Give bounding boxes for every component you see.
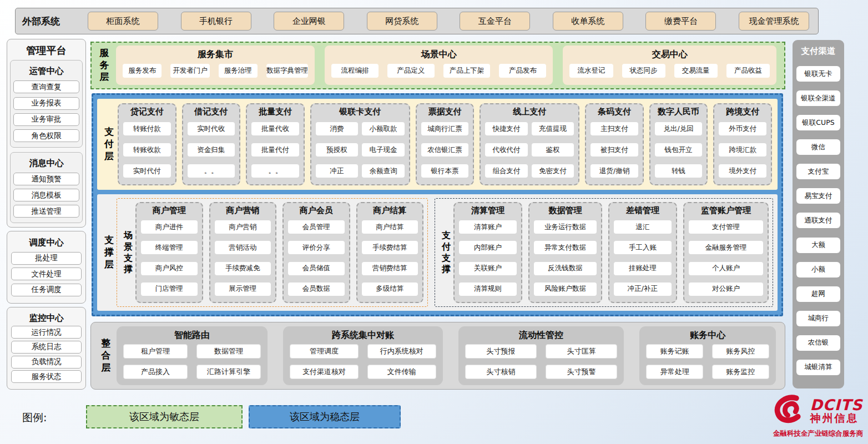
payment-item-button[interactable]: 实时代收: [188, 122, 235, 135]
payment-channel-button[interactable]: 微信: [796, 139, 840, 155]
service-item-button[interactable]: 产品上下架: [443, 64, 491, 78]
support-item-button[interactable]: 风险账户数据: [534, 282, 597, 296]
payment-item-button[interactable]: 余额查询: [362, 164, 405, 178]
integration-item-button[interactable]: 文件传输: [367, 365, 436, 379]
service-item-button[interactable]: 服务治理: [219, 64, 258, 78]
payment-item-button[interactable]: 批量代收: [251, 122, 299, 135]
external-system-button[interactable]: 现金管理系统: [739, 12, 809, 31]
service-item-button[interactable]: 交易流量: [674, 64, 718, 78]
service-item-button[interactable]: 流水登记: [569, 64, 613, 78]
mgmt-item-button[interactable]: 推送管理: [13, 205, 79, 218]
mgmt-item-button[interactable]: 文件处理: [11, 268, 82, 280]
support-item-button[interactable]: 商户结算: [362, 220, 418, 234]
payment-channel-button[interactable]: 大额: [796, 238, 840, 253]
payment-item-button[interactable]: 城商行汇票: [421, 122, 469, 135]
payment-item-button[interactable]: 。。: [188, 164, 235, 178]
payment-item-button[interactable]: 批量代付: [251, 143, 299, 157]
payment-item-button[interactable]: 资金归集: [188, 143, 235, 157]
payment-channel-button[interactable]: 易宝支付: [796, 188, 840, 204]
payment-item-button[interactable]: 农信银汇票: [421, 143, 469, 157]
integration-item-button[interactable]: 账务记账: [646, 344, 703, 359]
payment-item-button[interactable]: 钱包开立: [655, 143, 703, 157]
mgmt-item-button[interactable]: 通知预警: [13, 173, 79, 185]
payment-item-button[interactable]: 跨境汇款: [719, 143, 766, 157]
support-item-button[interactable]: 评价分享: [288, 241, 345, 254]
integration-item-button[interactable]: 头寸核销: [465, 365, 537, 379]
payment-channel-button[interactable]: 银联全渠道: [796, 90, 840, 106]
external-system-button[interactable]: 缴费平台: [645, 12, 716, 31]
payment-item-button[interactable]: 实时代付: [123, 164, 171, 178]
integration-item-button[interactable]: 头寸匡算: [546, 344, 617, 359]
payment-item-button[interactable]: 组合支付: [485, 164, 528, 178]
payment-item-button[interactable]: 被扫支付: [591, 143, 638, 157]
payment-item-button[interactable]: 。。: [251, 164, 299, 178]
integration-item-button[interactable]: 异常处理: [646, 365, 703, 379]
external-system-button[interactable]: 柜面系统: [88, 12, 158, 31]
payment-channel-button[interactable]: 超网: [796, 286, 840, 302]
support-item-button[interactable]: 展示管理: [215, 282, 271, 296]
support-item-button[interactable]: 会员数据: [288, 282, 345, 296]
external-system-button[interactable]: 网贷系统: [367, 12, 437, 31]
support-item-button[interactable]: 关联账户: [459, 262, 517, 275]
mgmt-item-button[interactable]: 批处理: [11, 252, 82, 265]
mgmt-item-button[interactable]: 负载情况: [11, 356, 82, 369]
payment-item-button[interactable]: 小额取款: [362, 122, 405, 135]
integration-item-button[interactable]: 账务监控: [712, 365, 769, 379]
payment-channel-button[interactable]: 城银清算: [796, 360, 840, 375]
support-item-button[interactable]: 支付管理: [689, 220, 763, 234]
integration-item-button[interactable]: 汇路计算引擎: [196, 365, 261, 379]
mgmt-item-button[interactable]: 系统日志: [11, 341, 82, 354]
support-item-button[interactable]: 会员储值: [288, 262, 345, 275]
support-item-button[interactable]: 个人账户: [689, 262, 763, 275]
service-item-button[interactable]: 产品定义: [387, 64, 435, 78]
external-system-button[interactable]: 收单系统: [553, 12, 623, 31]
support-item-button[interactable]: 金融服务管理: [689, 241, 763, 254]
service-item-button[interactable]: 开发者门户: [170, 64, 209, 78]
payment-item-button[interactable]: 免密支付: [532, 164, 574, 178]
support-item-button[interactable]: 退汇: [614, 220, 672, 234]
mgmt-item-button[interactable]: 运行情况: [11, 326, 82, 339]
service-item-button[interactable]: 流程编排: [331, 64, 379, 78]
payment-item-button[interactable]: 快捷支付: [485, 122, 528, 135]
service-item-button[interactable]: 状态同步: [622, 64, 665, 78]
payment-item-button[interactable]: 兑出/兑回: [655, 122, 703, 135]
support-item-button[interactable]: 营销费结算: [362, 262, 418, 275]
support-item-button[interactable]: 门店管理: [141, 282, 198, 296]
payment-item-button[interactable]: 转账付款: [123, 122, 171, 135]
payment-item-button[interactable]: 充值提现: [532, 122, 574, 135]
service-item-button[interactable]: 产品发布: [499, 64, 546, 78]
support-item-button[interactable]: 反洗钱数据: [534, 262, 597, 275]
payment-channel-button[interactable]: 小额: [796, 262, 840, 278]
payment-channel-button[interactable]: 银联CUPS: [796, 115, 840, 130]
payment-channel-button[interactable]: 农信银: [796, 335, 840, 351]
support-item-button[interactable]: 清算账户: [459, 220, 517, 234]
support-item-button[interactable]: 挂账处理: [614, 262, 672, 275]
support-item-button[interactable]: 终端管理: [141, 241, 198, 254]
payment-item-button[interactable]: 主扫支付: [591, 122, 638, 135]
support-item-button[interactable]: 营销活动: [215, 241, 271, 254]
external-system-button[interactable]: 企业网银: [274, 12, 344, 31]
support-item-button[interactable]: 多级结算: [362, 282, 418, 296]
support-item-button[interactable]: 清算规则: [459, 282, 517, 296]
support-item-button[interactable]: 手续费结算: [362, 241, 418, 254]
integration-item-button[interactable]: 行内系统核对: [367, 344, 436, 359]
payment-item-button[interactable]: 鉴权: [532, 143, 574, 157]
support-item-button[interactable]: 商户进件: [141, 220, 198, 234]
integration-item-button[interactable]: 支付渠道核对: [290, 365, 359, 379]
payment-item-button[interactable]: 退货/撤销: [591, 164, 638, 178]
external-system-button[interactable]: 手机银行: [181, 12, 251, 31]
payment-item-button[interactable]: 外币支付: [719, 122, 766, 135]
integration-item-button[interactable]: 账务风控: [712, 344, 769, 359]
support-item-button[interactable]: 手工入账: [614, 241, 672, 254]
service-item-button[interactable]: 服务发布: [123, 64, 162, 78]
payment-item-button[interactable]: 冲正: [316, 164, 359, 178]
mgmt-item-button[interactable]: 角色权限: [13, 129, 79, 142]
payment-item-button[interactable]: 转钱: [655, 164, 703, 178]
payment-item-button[interactable]: 境外支付: [719, 164, 766, 178]
support-item-button[interactable]: 会员管理: [288, 220, 345, 234]
support-item-button[interactable]: 对公账户: [689, 282, 763, 296]
payment-item-button[interactable]: 消费: [316, 122, 359, 135]
support-item-button[interactable]: 业务运行数据: [534, 220, 597, 234]
payment-item-button[interactable]: 银行本票: [421, 164, 469, 178]
payment-channel-button[interactable]: 银联无卡: [796, 66, 840, 82]
